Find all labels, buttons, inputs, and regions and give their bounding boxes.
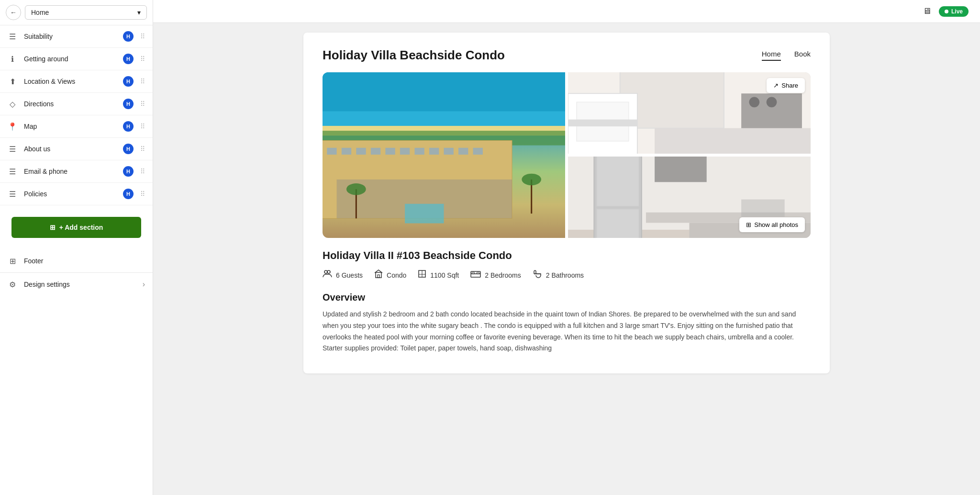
sidebar-item-about-us[interactable]: ☰ About us H ⠿	[0, 138, 153, 160]
nav-link-home[interactable]: Home	[762, 50, 781, 61]
svg-rect-38	[597, 209, 639, 238]
home-dropdown-label: Home	[31, 9, 49, 16]
drag-handle-icon[interactable]: ⠿	[140, 168, 145, 175]
h-badge: H	[123, 144, 134, 154]
overview-text: Updated and stylish 2 bedroom and 2 bath…	[323, 309, 811, 354]
sidebar-item-label: Location & Views	[24, 78, 116, 85]
drag-handle-icon[interactable]: ⠿	[140, 100, 145, 108]
page-title: Holiday Villa Beachside Condo	[323, 48, 505, 63]
kitchen-photo-2: ⊞ Show all photos	[568, 157, 811, 238]
svg-rect-10	[385, 148, 395, 155]
topbar: 🖥 Live	[153, 0, 980, 23]
drag-handle-icon[interactable]: ⠿	[140, 55, 145, 63]
home-dropdown[interactable]: Home ▾	[25, 5, 147, 20]
footer-label: Footer	[24, 257, 145, 265]
gear-icon: ⚙	[8, 280, 17, 289]
drag-handle-icon[interactable]: ⠿	[140, 33, 145, 40]
sidebar-item-email-phone[interactable]: ☰ Email & phone H ⠿	[0, 160, 153, 183]
amenity-bathrooms: 2 Bathrooms	[533, 270, 584, 281]
plus-icon: ⊞	[50, 224, 56, 231]
sidebar-item-label: Getting around	[24, 55, 116, 63]
svg-rect-42	[741, 200, 785, 217]
svg-rect-16	[473, 148, 483, 155]
svg-rect-6	[327, 148, 336, 155]
h-badge: H	[123, 31, 134, 42]
main-photo	[323, 72, 565, 238]
list-icon: ☰	[8, 189, 17, 199]
svg-rect-51	[472, 272, 475, 274]
amenity-bedrooms: 2 Bedrooms	[470, 270, 521, 281]
sidebar-item-footer[interactable]: ⊞ Footer	[0, 249, 153, 272]
live-label: Live	[951, 8, 963, 15]
grid-icon: ⊞	[746, 221, 751, 228]
share-label: Share	[781, 82, 798, 89]
sidebar-header: ← Home ▾	[0, 0, 153, 25]
sqft-icon	[418, 270, 426, 281]
sidebar-item-suitability[interactable]: ☰ Suitability H ⠿	[0, 25, 153, 48]
svg-point-43	[324, 270, 327, 273]
bath-icon	[533, 270, 542, 281]
nav-links: Home Book	[762, 50, 811, 61]
svg-rect-14	[444, 148, 454, 155]
sqft-label: 1100 Sqft	[430, 271, 459, 279]
content-area: Holiday Villa Beachside Condo Home Book	[303, 33, 830, 373]
condo-icon	[374, 270, 383, 281]
nav-link-book[interactable]: Book	[794, 50, 811, 61]
back-button[interactable]: ←	[6, 5, 21, 20]
sidebar-item-directions[interactable]: ◇ Directions H ⠿	[0, 93, 153, 115]
svg-point-31	[767, 97, 777, 108]
svg-rect-13	[429, 148, 439, 155]
sidebar-item-getting-around[interactable]: ℹ Getting around H ⠿	[0, 48, 153, 70]
directions-icon: ◇	[8, 99, 17, 109]
svg-rect-50	[471, 274, 480, 277]
svg-rect-18	[405, 204, 444, 224]
page-header: Holiday Villa Beachside Condo Home Book	[323, 48, 811, 63]
drag-handle-icon[interactable]: ⠿	[140, 123, 145, 130]
chevron-down-icon: ▾	[137, 9, 141, 16]
guests-icon	[323, 270, 332, 281]
bedrooms-label: 2 Bedrooms	[485, 271, 521, 279]
drag-handle-icon[interactable]: ⠿	[140, 145, 145, 153]
map-pin-icon: 📍	[8, 122, 17, 131]
svg-rect-11	[400, 148, 410, 155]
h-badge: H	[123, 166, 134, 177]
add-section-button[interactable]: ⊞ + Add section	[11, 217, 141, 238]
svg-rect-37	[597, 157, 639, 206]
sidebar-item-label: About us	[24, 145, 116, 153]
share-button[interactable]: ↗ Share	[767, 78, 805, 93]
amenities-row: 6 Guests Condo 1100 Sqft 2 Bedrooms	[323, 270, 811, 281]
add-section-label: + Add section	[59, 224, 103, 231]
amenity-sqft: 1100 Sqft	[418, 270, 459, 281]
chevron-right-icon: ›	[143, 280, 145, 289]
kitchen-photo-1: ↗ Share	[568, 72, 811, 154]
show-all-photos-button[interactable]: ⊞ Show all photos	[739, 217, 805, 232]
info-icon: ℹ	[8, 54, 17, 64]
sidebar-item-policies[interactable]: ☰ Policies H ⠿	[0, 183, 153, 205]
sidebar-item-label: Directions	[24, 100, 116, 108]
amenity-guests: 6 Guests	[323, 270, 363, 281]
design-settings-item[interactable]: ⚙ Design settings ›	[0, 272, 153, 296]
main-content: Holiday Villa Beachside Condo Home Book	[153, 0, 980, 495]
sidebar-item-label: Map	[24, 123, 116, 130]
svg-rect-46	[378, 275, 379, 278]
h-badge: H	[123, 99, 134, 109]
monitor-icon[interactable]: 🖥	[923, 6, 931, 16]
h-badge: H	[123, 76, 134, 87]
show-all-label: Show all photos	[754, 221, 798, 228]
list-icon: ☰	[8, 32, 17, 41]
condo-title: Holiday Villa II #103 Beachside Condo	[323, 249, 811, 262]
sidebar: ← Home ▾ ☰ Suitability H ⠿ ℹ Getting aro…	[0, 0, 153, 495]
sidebar-item-map[interactable]: 📍 Map H ⠿	[0, 115, 153, 138]
drag-handle-icon[interactable]: ⠿	[140, 190, 145, 198]
amenity-type: Condo	[374, 270, 406, 281]
sidebar-item-location-views[interactable]: ⬆ Location & Views H ⠿	[0, 70, 153, 93]
bathrooms-label: 2 Bathrooms	[546, 271, 584, 279]
svg-rect-32	[568, 120, 637, 126]
footer-icon: ⊞	[8, 256, 17, 266]
svg-rect-1	[323, 72, 565, 111]
svg-rect-15	[458, 148, 468, 155]
svg-point-22	[522, 174, 541, 185]
drag-handle-icon[interactable]: ⠿	[140, 78, 145, 85]
overview-title: Overview	[323, 292, 811, 303]
svg-rect-28	[655, 128, 811, 154]
